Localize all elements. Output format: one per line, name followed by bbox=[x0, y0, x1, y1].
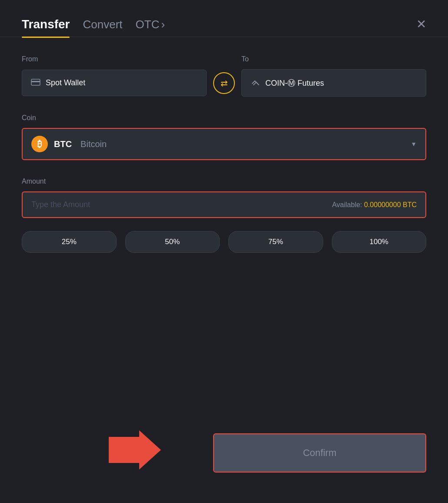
from-to-labels: From To bbox=[22, 55, 426, 63]
tab-otc[interactable]: OTC › bbox=[136, 18, 165, 31]
svg-marker-2 bbox=[109, 430, 161, 469]
coin-name: Bitcoin bbox=[80, 139, 107, 149]
coin-section: Coin ₿ BTC Bitcoin ▼ bbox=[22, 114, 426, 160]
from-to-row: Spot Wallet ⇄ COIN-Ⓜ Futures bbox=[22, 69, 426, 97]
close-button[interactable]: ✕ bbox=[416, 18, 426, 30]
from-wallet-name: Spot Wallet bbox=[46, 78, 85, 87]
percent-25-button[interactable]: 25% bbox=[22, 231, 117, 253]
confirm-button[interactable]: Confirm bbox=[213, 433, 426, 473]
to-wallet-name: COIN-Ⓜ Futures bbox=[265, 78, 324, 88]
available-text: Available: 0.00000000 BTC bbox=[332, 201, 417, 209]
tab-transfer[interactable]: Transfer bbox=[22, 17, 70, 31]
btc-icon: ₿ bbox=[31, 136, 48, 152]
modal-header: Transfer Convert OTC › ✕ bbox=[22, 17, 426, 31]
active-tab-indicator bbox=[22, 37, 70, 38]
percent-75-button[interactable]: 75% bbox=[228, 231, 323, 253]
arrow-indicator bbox=[109, 430, 161, 476]
amount-section: Amount Type the Amount Available: 0.0000… bbox=[22, 178, 426, 218]
percent-50-button[interactable]: 50% bbox=[125, 231, 220, 253]
chevron-down-icon: ▼ bbox=[411, 141, 417, 148]
from-to-section: From To Spot Wallet ⇄ bbox=[22, 55, 426, 97]
futures-icon bbox=[251, 77, 260, 88]
tab-underline bbox=[0, 37, 448, 38]
transfer-modal: Transfer Convert OTC › ✕ From To bbox=[0, 0, 448, 503]
coin-label: Coin bbox=[22, 114, 426, 122]
bottom-area: Confirm bbox=[22, 433, 426, 486]
tab-convert[interactable]: Convert bbox=[83, 18, 123, 31]
coin-symbol: BTC bbox=[54, 139, 72, 149]
svg-rect-1 bbox=[31, 81, 40, 82]
percent-row: 25% 50% 75% 100% bbox=[22, 231, 426, 253]
from-wallet-selector[interactable]: Spot Wallet bbox=[22, 70, 207, 96]
wallet-icon bbox=[31, 78, 40, 88]
from-label: From bbox=[22, 55, 207, 63]
amount-label: Amount bbox=[22, 178, 426, 185]
available-value: 0.00000000 BTC bbox=[364, 201, 417, 208]
swap-btn-wrapper: ⇄ bbox=[207, 72, 241, 94]
to-label: To bbox=[241, 55, 426, 63]
coin-dropdown[interactable]: ₿ BTC Bitcoin ▼ bbox=[22, 128, 426, 160]
swap-icon: ⇄ bbox=[221, 78, 228, 88]
swap-button[interactable]: ⇄ bbox=[213, 72, 235, 94]
to-wallet-selector[interactable]: COIN-Ⓜ Futures bbox=[241, 69, 426, 97]
amount-input-box[interactable]: Type the Amount Available: 0.00000000 BT… bbox=[22, 191, 426, 218]
amount-placeholder: Type the Amount bbox=[31, 200, 90, 209]
percent-100-button[interactable]: 100% bbox=[332, 231, 427, 253]
